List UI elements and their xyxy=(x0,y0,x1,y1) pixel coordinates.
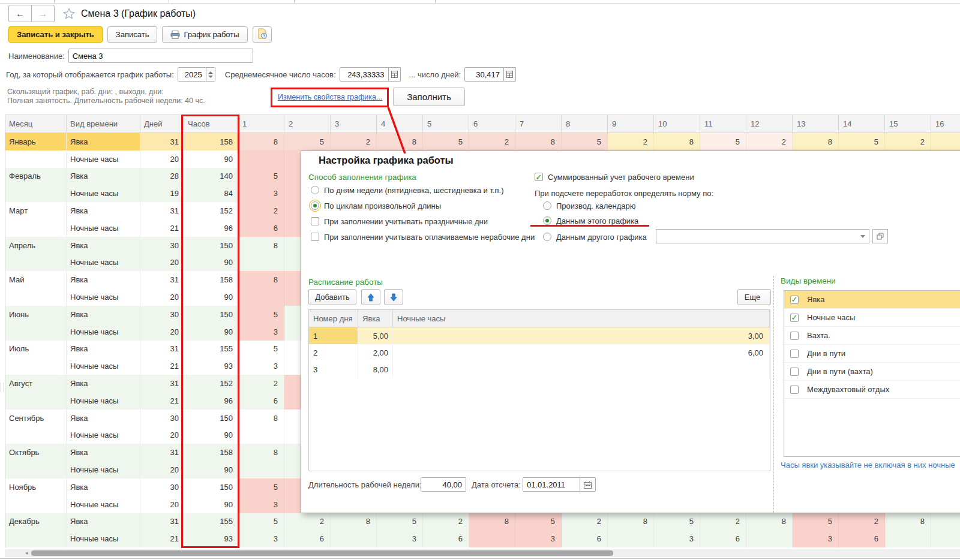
favorite-star-icon[interactable] xyxy=(63,8,75,19)
cell-month[interactable]: Сентябрь xyxy=(5,410,67,427)
cell-days[interactable]: 31 xyxy=(140,133,184,150)
cell-month[interactable]: Май xyxy=(5,271,67,288)
cell-type[interactable]: Ночные часы xyxy=(67,427,140,444)
cell-type[interactable]: Явка xyxy=(67,306,140,323)
cell-type[interactable]: Ночные часы xyxy=(67,357,140,375)
cell-type[interactable]: Ночные часы xyxy=(67,323,140,341)
day-cell[interactable]: 2 xyxy=(608,133,654,150)
option-label[interactable]: При заполнении учитывать оплачиваемые не… xyxy=(324,233,535,242)
cell-days[interactable]: 19 xyxy=(140,185,184,202)
cell-days[interactable]: 21 xyxy=(140,219,184,237)
cell-month[interactable] xyxy=(5,185,67,202)
day-cell[interactable]: 8 xyxy=(331,513,377,531)
day-cell[interactable]: 6 xyxy=(562,530,608,547)
calculator-icon[interactable] xyxy=(504,67,516,82)
option-production-calendar[interactable]: Производ. календарю xyxy=(543,200,636,212)
day-cell[interactable]: 8 xyxy=(238,133,284,150)
day-cell[interactable]: 8 xyxy=(608,513,654,531)
cell-type[interactable]: Явка xyxy=(67,133,140,150)
checkbox-icon[interactable] xyxy=(790,368,799,376)
day-cell[interactable]: 3 xyxy=(238,496,284,513)
day-cell[interactable] xyxy=(931,513,960,531)
day-cell[interactable] xyxy=(469,530,515,547)
day-cell[interactable] xyxy=(238,427,284,444)
day-cell[interactable]: 5 xyxy=(238,341,284,358)
option-label[interactable]: Суммированный учет рабочего времени xyxy=(548,173,694,182)
day-cell[interactable]: 5 xyxy=(238,168,284,185)
cell-month[interactable]: Ноябрь xyxy=(5,478,67,496)
cell-days[interactable]: 20 xyxy=(140,150,184,168)
option-label[interactable]: По циклам произвольной длины xyxy=(324,201,441,210)
cell-month[interactable]: Июнь xyxy=(5,306,67,323)
day-cell[interactable]: 8 xyxy=(515,133,562,150)
cell-type[interactable]: Ночные часы xyxy=(67,530,140,547)
day-cell[interactable]: 2 xyxy=(469,133,515,150)
cell-type[interactable]: Ночные часы xyxy=(67,392,140,410)
cell-type[interactable]: Явка xyxy=(67,271,140,288)
day-cell[interactable]: 6 xyxy=(284,530,331,547)
day-cell[interactable]: 5 xyxy=(515,513,562,531)
cell-days[interactable]: 21 xyxy=(140,357,184,375)
cell-type[interactable]: Ночные часы xyxy=(67,496,140,513)
day-cell[interactable] xyxy=(238,288,284,306)
change-history-button[interactable] xyxy=(253,26,272,43)
move-down-button[interactable] xyxy=(384,289,403,305)
day-cell[interactable]: 6 xyxy=(238,219,284,237)
cell-month[interactable] xyxy=(5,150,67,168)
day-cell[interactable] xyxy=(238,461,284,478)
cell-month[interactable]: Август xyxy=(5,375,67,392)
checkbox-icon[interactable] xyxy=(790,332,799,340)
day-cell[interactable]: 3 xyxy=(238,185,284,202)
cell-days[interactable]: 20 xyxy=(140,461,184,478)
day-cell[interactable]: 2 xyxy=(238,202,284,219)
day-cell[interactable]: 8 xyxy=(469,513,515,531)
option-consider-paid-nonworking[interactable]: При заполнении учитывать оплачиваемые не… xyxy=(311,231,535,243)
day-cell[interactable]: 8 xyxy=(793,133,839,150)
cycle-cell[interactable]: 2 xyxy=(309,344,358,361)
cell-type[interactable]: Ночные часы xyxy=(67,254,140,272)
cell-month[interactable] xyxy=(5,392,67,410)
cycle-cell[interactable]: 1 xyxy=(309,327,358,344)
day-cell[interactable]: 5 xyxy=(793,513,839,531)
option-summed-time-accounting[interactable]: Суммированный учет рабочего времени xyxy=(535,171,694,183)
time-type-item[interactable]: Междувахтовый отдых xyxy=(784,381,960,399)
cell-type[interactable]: Явка xyxy=(67,513,140,531)
day-cell[interactable]: 5 xyxy=(839,133,885,150)
day-cell[interactable]: 6 xyxy=(238,392,284,410)
day-cell[interactable]: 5 xyxy=(238,478,284,496)
day-cell[interactable]: 8 xyxy=(238,271,284,288)
cell-days[interactable]: 20 xyxy=(140,288,184,306)
option-other-schedule-data[interactable]: Данным другого графика xyxy=(543,231,647,243)
spinner-arrows-icon[interactable] xyxy=(206,67,215,82)
panel-splitter[interactable] xyxy=(773,276,774,513)
cell-days[interactable]: 20 xyxy=(140,496,184,513)
avg-days-input[interactable]: 30,417 xyxy=(464,67,504,82)
day-cell[interactable]: 2 xyxy=(238,375,284,392)
day-cell[interactable]: 5 xyxy=(238,306,284,323)
cell-month[interactable] xyxy=(5,496,67,513)
print-schedule-button[interactable]: График работы xyxy=(162,26,247,43)
cell-type[interactable]: Явка xyxy=(67,202,140,219)
day-cell[interactable]: 6 xyxy=(423,530,469,547)
day-cell[interactable]: 8 xyxy=(238,444,284,461)
week-length-input[interactable]: 40,00 xyxy=(421,477,466,492)
cell-days[interactable]: 31 xyxy=(140,202,184,219)
open-reference-button[interactable] xyxy=(872,229,888,243)
cell-days[interactable]: 31 xyxy=(140,375,184,392)
day-cell[interactable]: 8 xyxy=(654,133,700,150)
more-button[interactable]: Еще xyxy=(737,289,771,305)
cell-type[interactable]: Явка xyxy=(67,444,140,461)
year-input[interactable]: 2025 xyxy=(178,67,206,82)
cell-days[interactable]: 30 xyxy=(140,410,184,427)
cell-days[interactable]: 30 xyxy=(140,237,184,254)
cycle-cell[interactable]: 8,00 xyxy=(358,361,393,378)
day-cell[interactable] xyxy=(608,530,654,547)
cycle-cell[interactable]: 3,00 xyxy=(393,327,770,344)
day-cell[interactable]: 2 xyxy=(331,133,377,150)
move-up-button[interactable] xyxy=(361,289,380,305)
day-cell[interactable]: 8 xyxy=(238,237,284,254)
day-cell[interactable]: 2 xyxy=(839,513,885,531)
save-and-close-button[interactable]: Записать и закрыть xyxy=(8,26,103,43)
calculator-icon[interactable] xyxy=(389,67,401,82)
checkbox-icon[interactable] xyxy=(790,386,799,394)
